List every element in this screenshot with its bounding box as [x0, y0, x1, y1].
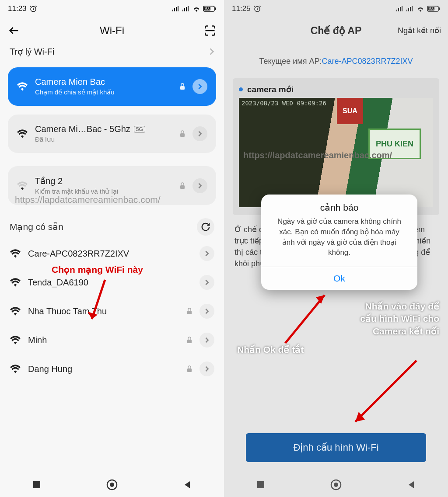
header-bar: Chế độ AP Ngắt kết nối	[224, 17, 448, 44]
chevron-right-icon	[205, 366, 209, 372]
svg-rect-19	[439, 7, 440, 10]
status-time: 11:23	[8, 4, 27, 13]
chevron-right-icon	[205, 308, 209, 314]
signal-icon	[396, 6, 404, 12]
network-details-button[interactable]	[200, 361, 214, 376]
lock-icon	[179, 130, 186, 137]
header-bar: Wi-Fi	[0, 17, 224, 44]
network-name: Care-APC0823RR7Z2IXV	[28, 249, 192, 259]
available-networks-header: Mạng có sẵn	[0, 209, 224, 239]
alarm-icon	[253, 5, 261, 13]
wifi-icon	[10, 364, 21, 374]
network-name: Dang Hung	[28, 364, 179, 374]
dialog-title: cảnh báo	[261, 195, 417, 216]
dialog-ok-button[interactable]: Ok	[261, 267, 417, 290]
status-bar: 11:23 58	[0, 0, 224, 17]
network-row[interactable]: Minh	[0, 326, 224, 355]
chevron-right-icon	[205, 337, 209, 343]
lock-icon	[186, 365, 192, 372]
saved-network-sub: Đã lưu	[35, 136, 172, 143]
lock-icon	[179, 182, 186, 189]
svg-marker-29	[409, 481, 414, 488]
wifi-icon	[17, 129, 28, 139]
nav-back-icon[interactable]	[407, 480, 416, 489]
network-details-button[interactable]	[192, 79, 207, 94]
signal-icon	[172, 6, 180, 12]
svg-rect-2	[215, 7, 216, 10]
scan-qr-icon[interactable]	[204, 24, 216, 37]
arrow-annotation-icon	[85, 278, 112, 326]
wifi-icon	[10, 249, 21, 258]
wifi-assistant-row[interactable]: Trợ lý Wi-Fi	[0, 44, 224, 63]
disconnect-button[interactable]: Ngắt kết nối	[398, 26, 441, 35]
network-details-button[interactable]	[200, 246, 214, 261]
network-details-button[interactable]	[200, 275, 214, 290]
nav-bar	[0, 473, 224, 497]
wifi-weak-icon	[17, 181, 28, 191]
configure-wifi-button[interactable]: Định cấu hình Wi-Fi	[246, 433, 426, 462]
signal-icon	[182, 6, 190, 12]
annotation-choose-wifi: Chọn mạng WiFi này	[52, 264, 143, 275]
svg-line-24	[355, 361, 416, 422]
svg-rect-13	[33, 481, 40, 488]
alarm-icon	[29, 5, 37, 13]
saved-network-card[interactable]: Camera Mi…Bac - 5Ghz5G Đã lưu	[8, 115, 216, 153]
warning-dialog: cảnh báo Ngày và giờ của camera không ch…	[261, 195, 417, 290]
watermark-text: https://lapdatcamereamienbac.com/	[15, 195, 161, 205]
connected-network-card[interactable]: Camera Mien Bac Chạm để chia sẻ mật khẩu	[8, 67, 216, 106]
svg-rect-12	[187, 368, 192, 372]
svg-rect-5	[180, 86, 185, 90]
network-row[interactable]: Care-APC0823RR7Z2IXV	[0, 239, 224, 268]
network-name: Minh	[28, 335, 179, 345]
saved-network-name: Tầng 2	[35, 176, 172, 186]
svg-rect-26	[257, 481, 264, 488]
refresh-button[interactable]	[197, 218, 214, 236]
lock-icon	[179, 83, 186, 90]
wifi-assistant-label: Trợ lý Wi-Fi	[10, 46, 54, 57]
wifi-icon	[10, 306, 21, 316]
connected-network-sub: Chạm để chia sẻ mật khẩu	[35, 88, 172, 96]
nav-home-icon[interactable]	[330, 479, 342, 490]
network-row[interactable]: Nha Thuoc Tam Thu	[0, 297, 224, 326]
dialog-message: Ngày và giờ của camera không chính xác. …	[261, 216, 417, 267]
network-details-button[interactable]	[192, 178, 207, 193]
svg-line-22	[285, 295, 325, 343]
nav-recent-icon[interactable]	[256, 480, 265, 489]
chevron-right-icon	[198, 131, 202, 137]
network-details-button[interactable]	[192, 126, 207, 141]
back-icon[interactable]	[8, 24, 20, 37]
status-time: 11:25	[232, 4, 251, 13]
svg-rect-6	[180, 133, 185, 137]
svg-marker-9	[88, 312, 98, 319]
preview-sign-red: SUA	[337, 98, 363, 124]
svg-point-15	[110, 483, 114, 487]
nav-home-icon[interactable]	[106, 479, 118, 490]
nav-back-icon[interactable]	[183, 480, 192, 489]
wifi-icon	[10, 278, 21, 287]
annotation-configure-wifi: Nhấn vào đây để cấu hình WiFi cho Camera…	[352, 300, 439, 337]
svg-text:58: 58	[205, 7, 210, 11]
network-details-button[interactable]	[200, 333, 214, 348]
arrow-annotation-icon	[281, 288, 333, 345]
current-ap-label: Текущее имя AP:	[259, 57, 322, 66]
network-details-button[interactable]	[200, 304, 214, 319]
svg-line-8	[92, 280, 105, 319]
preview-watermark: https://lapdatcamereamienbac.com/	[243, 150, 392, 160]
lock-icon	[186, 308, 192, 315]
wifi-icon	[192, 6, 201, 12]
phone-left-wifi: 11:23 58 Wi-Fi Trợ lý Wi-Fi Camera Mien …	[0, 0, 224, 497]
chevron-right-icon	[205, 250, 209, 257]
refresh-icon	[201, 222, 210, 232]
page-title: Chế độ AP	[311, 25, 362, 37]
wifi-icon	[416, 6, 425, 12]
chevron-right-icon	[209, 48, 214, 56]
signal-icon	[406, 6, 414, 12]
chevron-right-icon	[198, 83, 202, 90]
nav-recent-icon[interactable]	[32, 480, 41, 489]
network-row[interactable]: Dang Hung	[0, 355, 224, 383]
battery-icon: 58	[203, 6, 216, 12]
svg-text:58: 58	[429, 7, 434, 11]
phone-right-ap-mode: 11:25 58 Chế độ AP Ngắt kết nối Текущее …	[224, 0, 448, 497]
saved-network-name: Camera Mi…Bac - 5Ghz5G	[35, 124, 172, 134]
chevron-right-icon	[198, 183, 202, 189]
